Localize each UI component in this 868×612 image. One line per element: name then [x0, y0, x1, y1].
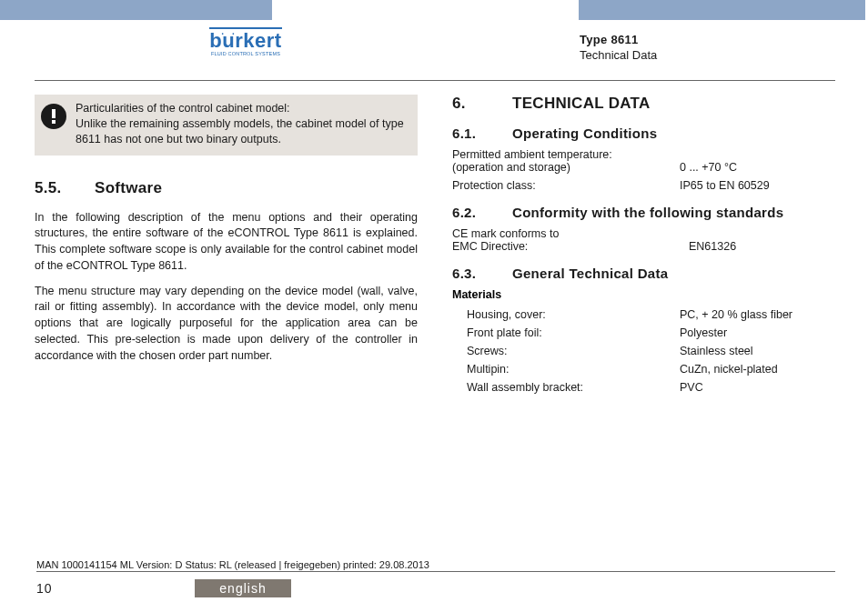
heading-title: Operating Conditions — [512, 125, 657, 141]
page-number: 10 — [36, 581, 53, 596]
label: Permitted ambient temperature: (operatio… — [452, 148, 680, 174]
callout-body: Particularities of the control cabinet m… — [76, 101, 409, 147]
label: Wall assembly bracket: — [452, 381, 680, 394]
row-ce: CE mark conforms to EMC Directive: EN613… — [452, 227, 835, 253]
row-frontplate: Front plate foil: Polyester — [452, 326, 835, 339]
heading-6-3: 6.3. General Technical Data — [452, 266, 835, 281]
value: Stainless steel — [680, 345, 835, 357]
label: Protection class: — [452, 179, 680, 192]
label: Housing, cover: — [452, 308, 680, 321]
value: 0 ... +70 °C — [680, 161, 835, 174]
row-housing: Housing, cover: PC, + 20 % glass fiber — [452, 308, 835, 321]
column-right: 6. TECHNICAL DATA 6.1. Operating Conditi… — [452, 95, 835, 556]
row-temp: Permitted ambient temperature: (operatio… — [452, 148, 835, 174]
value: Polyester — [680, 326, 835, 339]
row-multipin: Multipin: CuZn, nickel-plated — [452, 363, 835, 376]
heading-num: 6. — [452, 95, 490, 113]
heading-6-2: 6.2. Conformity with the following stand… — [452, 205, 835, 220]
exclamation-icon — [41, 104, 66, 129]
callout-line1: Particularities of the control cabinet m… — [76, 101, 409, 116]
page-header: . . burkert FLUID CONTROL SYSTEMS Type 8… — [0, 27, 868, 71]
svg-rect-0 — [52, 109, 56, 118]
heading-title: TECHNICAL DATA — [512, 95, 651, 113]
callout-line2: Unlike the remaining assembly models, th… — [76, 116, 409, 147]
main-content: Particularities of the control cabinet m… — [35, 95, 835, 556]
header-meta: Type 8611 Technical Data — [580, 33, 657, 62]
language-tab: english — [195, 579, 291, 597]
heading-title: General Technical Data — [512, 266, 668, 281]
top-bar-right — [579, 0, 865, 20]
top-bar-left — [0, 0, 272, 20]
heading-5-5: 5.5. Software — [35, 179, 418, 197]
header-type: Type 8611 — [580, 33, 657, 46]
heading-title: Conformity with the following standards — [512, 205, 783, 220]
paragraph-1: In the following description of the menu… — [35, 210, 418, 275]
heading-6: 6. TECHNICAL DATA — [452, 95, 835, 113]
header-section: Technical Data — [580, 48, 657, 62]
value: IP65 to EN 60529 — [680, 179, 835, 192]
label: Front plate foil: — [452, 326, 680, 339]
label: Screws: — [452, 345, 680, 357]
brand-umlaut-icon: . . — [221, 26, 237, 36]
svg-rect-1 — [52, 120, 56, 124]
note-callout: Particularities of the control cabinet m… — [35, 95, 418, 156]
brand-logo: . . burkert FLUID CONTROL SYSTEMS — [196, 29, 296, 56]
label: Multipin: — [452, 363, 680, 376]
paragraph-2: The menu structure may vary depending on… — [35, 284, 418, 365]
heading-num: 6.3. — [452, 266, 490, 281]
value: PC, + 20 % glass fiber — [680, 308, 835, 321]
value: PVC — [680, 381, 835, 394]
heading-title: Software — [95, 179, 162, 197]
brand-line-icon — [209, 27, 281, 29]
value: EN61326 — [680, 240, 835, 253]
footer-metadata: MAN 1000141154 ML Version: D Status: RL … — [36, 559, 835, 572]
heading-6-1: 6.1. Operating Conditions — [452, 125, 835, 141]
materials-title: Materials — [452, 288, 835, 301]
brand-name: . . burkert — [209, 29, 281, 53]
row-protection: Protection class: IP65 to EN 60529 — [452, 179, 835, 192]
heading-num: 5.5. — [35, 179, 73, 197]
header-divider — [35, 80, 835, 81]
row-screws: Screws: Stainless steel — [452, 345, 835, 357]
row-bracket: Wall assembly bracket: PVC — [452, 381, 835, 394]
column-left: Particularities of the control cabinet m… — [35, 95, 418, 556]
value: CuZn, nickel-plated — [680, 363, 835, 376]
label: CE mark conforms to EMC Directive: — [452, 227, 680, 253]
heading-num: 6.2. — [452, 205, 490, 220]
top-color-bars — [0, 0, 868, 20]
heading-num: 6.1. — [452, 125, 490, 141]
